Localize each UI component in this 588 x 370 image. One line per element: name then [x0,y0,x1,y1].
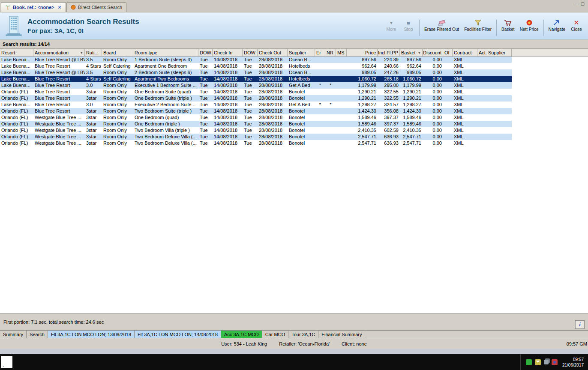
column-header-room-type[interactable]: Room type [133,49,198,56]
column-header-er[interactable]: Er [315,49,325,56]
table-row[interactable]: Orlando (FL)Westgate Blue Tree ...3starR… [0,121,512,127]
basket-button[interactable]: Basket [499,18,517,32]
tab-direct-clients-search[interactable]: Direct Clients Search [66,2,126,12]
bottom-tab-financial-summary[interactable]: Financial Summary [318,331,365,338]
chat-tray-icon[interactable] [526,359,532,365]
close-button[interactable]: ✕ Close [568,18,585,32]
column-header-supplier[interactable]: Supplier [288,49,315,56]
column-header-discount[interactable]: Discount [423,49,443,56]
column-header-price[interactable]: Price [347,49,378,56]
table-row[interactable]: Orlando (FL)Blue Tree Resort3starRoom On… [0,108,512,114]
network-tray-icon[interactable] [544,360,549,364]
facilities-filter-button[interactable]: Facilities Filter [462,18,494,32]
more-button[interactable]: ▼ More [383,18,399,32]
mail-tray-icon[interactable] [535,359,541,365]
table-cell: Two Bedroom Deluxe Villa (... [133,140,198,146]
column-header-basket[interactable]: Basket▼ [400,49,423,56]
column-header-board[interactable]: Board [102,49,133,56]
table-row[interactable]: Lake Buena...Blue Tree Resort @ LBV3.5Ro… [0,69,512,76]
table-cell: Tue [198,82,213,89]
column-header-act-supplier[interactable]: Act. Supplier [477,49,512,56]
table-row[interactable]: Lake Buena...Blue Tree Resort3.0Room Onl… [0,82,512,89]
nett-price-icon [525,18,534,27]
column-label: Of [444,50,450,55]
table-row[interactable]: Orlando (FL)Westgate Blue Tree ...3starR… [0,114,512,121]
bottom-tab-car-mco[interactable]: Car MCO [262,331,288,338]
bottom-tab-tour-3a-1c[interactable]: Tour 3A,1C [288,331,318,338]
column-header-ms[interactable]: MS [336,49,347,56]
table-cell: 0.00 [423,140,443,146]
bottom-tab-summary[interactable]: Summary [0,331,27,338]
column-header-contract[interactable]: Contract [453,49,477,56]
table-cell: Tue [243,82,258,89]
table-cell: 0.00 [423,89,443,95]
table-row[interactable]: Orlando (FL)Blue Tree Resort3starRoom On… [0,89,512,95]
table-cell: Tue [198,95,213,101]
audio-tray-icon[interactable] [552,359,558,365]
table-cell: 0.00 [423,76,443,82]
column-header-rati[interactable]: Rati... [85,49,102,56]
table-cell [325,121,336,127]
bottom-tab-flt-3a-1c-lon-mco-lon-13-08-2018[interactable]: Flt 3A,1C LON MCO LON; 13/08/2018 [48,331,135,338]
table-cell [336,127,347,134]
table-row[interactable]: Lake Buena...Blue Tree Resort3.0Room Onl… [0,101,512,108]
table-cell: 1,589.46 [347,121,378,127]
column-header-check-in[interactable]: Check In [213,49,243,56]
bottom-tab-acc-3a-1c-mco[interactable]: Acc 3A,1C MCO [221,331,262,338]
navigate-button[interactable]: Navigate [546,18,567,32]
minimize-icon[interactable]: — [573,1,577,6]
column-header-check-out[interactable]: Check Out [258,49,288,56]
bottom-tab-search[interactable]: Search [27,331,48,338]
column-label: Act. Supplier [479,50,505,55]
table-row[interactable]: Lake Buena...Blue Tree Resort4 StarsSelf… [0,63,512,69]
column-header-dow[interactable]: DOW [243,49,258,56]
table-cell [443,127,453,134]
table-row[interactable]: Orlando (FL)Westgate Blue Tree ...3starR… [0,134,512,140]
taskbar-start-box[interactable]: . [1,356,12,368]
button-label: Stop [404,27,413,32]
table-cell [325,57,336,63]
sort-icon[interactable]: ▼ [418,51,421,54]
table-row[interactable]: Lake Buena...Blue Tree Resort @ LBV3.5Ro… [0,57,512,63]
table-cell: Bonotel [288,89,315,95]
table-cell: 0.00 [423,108,443,114]
table-cell: Orlando (FL) [0,108,33,114]
info-button[interactable]: i [575,320,585,329]
table-cell: 28/08/2018 [258,63,288,69]
table-cell: XML [453,114,477,121]
filter-icon[interactable]: ▼ [80,51,83,54]
table-cell: Room Only [102,57,133,63]
column-header-resort[interactable]: Resort [0,49,33,56]
table-cell: 3.5 [85,57,102,63]
table-cell: 28/08/2018 [258,114,288,121]
table-row[interactable]: Orlando (FL)Blue Tree Resort3starRoom On… [0,95,512,101]
erase-filtered-out-button[interactable]: Erase Filtered Out [422,18,461,32]
taskbar-clock[interactable]: 09:57 21/06/2017 [562,357,584,368]
tab-close-icon[interactable]: ✕ [58,5,62,10]
table-cell [336,89,347,95]
table-cell: Tue [198,108,213,114]
maximize-icon[interactable]: ▢ [581,1,585,6]
table-cell: 1,290.21 [400,95,423,101]
nett-price-button[interactable]: Nett Price [518,18,541,32]
tab-booking-ref[interactable]: Book. ref.: <none> ✕ [1,2,66,12]
column-header-dow[interactable]: DOW [198,49,213,56]
column-header-nr[interactable]: NR [325,49,336,56]
table-cell: 3.5 [85,69,102,76]
table-cell: 989.05 [347,69,378,76]
table-cell: Blue Tree Resort [33,108,85,114]
table-cell: Tue [198,114,213,121]
table-cell: 0.00 [423,101,443,108]
table-row[interactable]: Lake Buena...Blue Tree Resort4 StarsSelf… [0,76,512,82]
column-header-incl-fl-pp[interactable]: Incl.Fl.PP [378,49,400,56]
column-header-accommodation[interactable]: Accommodation▼ [33,49,85,56]
table-cell: 247.26 [378,69,400,76]
table-cell: XML [453,69,477,76]
column-header-of[interactable]: Of [443,49,453,56]
stop-button[interactable]: ■ Stop [400,18,417,32]
table-cell: One Bedroom Suite (quad) [133,89,198,95]
bottom-tab-flt-3a-1c-lon-mco-lon-14-08-2018[interactable]: Flt 3A,1C LON MCO LON; 14/08/2018 [135,331,221,338]
table-cell: 636.93 [378,134,400,140]
table-row[interactable]: Orlando (FL)Westgate Blue Tree ...3starR… [0,140,512,146]
table-row[interactable]: Orlando (FL)Westgate Blue Tree ...3starR… [0,127,512,134]
